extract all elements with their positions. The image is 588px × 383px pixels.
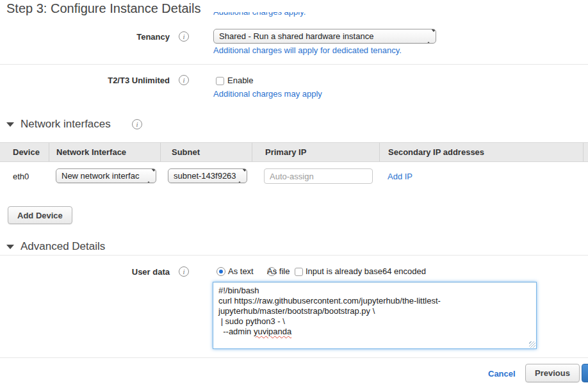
select-arrows-icon bbox=[146, 172, 152, 181]
primary-ip-input[interactable] bbox=[264, 168, 373, 184]
base64-label: Input is already base64 encoded bbox=[306, 266, 426, 276]
tenancy-label: Tenancy bbox=[0, 32, 170, 42]
add-ip-link[interactable]: Add IP bbox=[388, 172, 412, 181]
footer-divider bbox=[0, 357, 588, 358]
column-header-trailing bbox=[583, 143, 588, 161]
advanced-details-section-title: Advanced Details bbox=[20, 240, 105, 253]
resize-handle-icon[interactable] bbox=[529, 341, 535, 348]
column-header-subnet: Subnet bbox=[160, 143, 252, 161]
network-interfaces-section-title: Network interfaces bbox=[20, 118, 111, 131]
column-header-network-interface: Network Interface bbox=[49, 143, 160, 161]
as-file-label: As file bbox=[267, 266, 290, 276]
select-arrows-icon bbox=[426, 32, 432, 42]
section-divider bbox=[0, 255, 588, 256]
clipped-additional-charges-link-text: Additional charges apply. bbox=[213, 12, 306, 17]
network-interfaces-table-header: Device Network Interface Subnet Primary … bbox=[0, 142, 588, 162]
tenancy-select[interactable]: Shared - Run a shared hardware instance bbox=[213, 29, 436, 44]
user-data-label: User data bbox=[0, 267, 170, 277]
configure-instance-page: Step 3: Configure Instance Details Addit… bbox=[0, 0, 588, 383]
user-data-textarea[interactable]: #!/bin/bash curl https://raw.githubuserc… bbox=[213, 282, 537, 349]
next-button-partial[interactable] bbox=[582, 364, 588, 382]
t2t3-enable-checkbox[interactable] bbox=[216, 77, 224, 85]
subnet-select[interactable]: subnet-143f9263 bbox=[168, 168, 247, 183]
advanced-details-disclosure-triangle-icon[interactable] bbox=[6, 245, 14, 249]
clipped-additional-charges-link[interactable]: Additional charges apply. bbox=[213, 12, 306, 20]
subnet-select-value: subnet-143f9263 bbox=[174, 171, 236, 181]
page-title: Step 3: Configure Instance Details bbox=[6, 1, 201, 16]
as-text-radio[interactable] bbox=[216, 267, 225, 276]
add-device-button[interactable]: Add Device bbox=[8, 206, 72, 224]
column-header-primary-ip: Primary IP bbox=[252, 143, 379, 161]
tenancy-info-icon[interactable]: i bbox=[179, 31, 189, 42]
previous-button[interactable]: Previous bbox=[525, 364, 580, 382]
network-interfaces-disclosure-triangle-icon[interactable] bbox=[6, 122, 14, 127]
device-cell: eth0 bbox=[13, 172, 29, 181]
t2t3-unlimited-label: T2/T3 Unlimited bbox=[0, 76, 170, 85]
network-interface-select-value: New network interfac bbox=[61, 171, 139, 181]
column-header-secondary-ip: Secondary IP addresses bbox=[379, 143, 583, 161]
t2t3-enable-label: Enable bbox=[227, 76, 253, 85]
tenancy-select-value: Shared - Run a shared hardware instance bbox=[219, 31, 373, 41]
t2t3-charges-link[interactable]: Additional charges may apply bbox=[213, 89, 322, 99]
network-interface-select[interactable]: New network interfac bbox=[56, 168, 156, 183]
tenancy-charges-link[interactable]: Additional charges will apply for dedica… bbox=[213, 45, 402, 55]
cancel-link[interactable]: Cancel bbox=[488, 369, 516, 379]
user-data-admin-user: yuvipanda bbox=[254, 327, 291, 336]
base64-checkbox[interactable] bbox=[295, 268, 303, 276]
column-header-device: Device bbox=[0, 143, 49, 161]
select-arrows-icon bbox=[237, 172, 243, 181]
as-text-label: As text bbox=[228, 266, 254, 276]
user-data-info-icon[interactable]: i bbox=[179, 266, 189, 277]
network-interfaces-info-icon[interactable]: i bbox=[132, 119, 142, 129]
user-data-script-text: #!/bin/bash curl https://raw.githubuserc… bbox=[218, 286, 441, 336]
t2t3-info-icon[interactable]: i bbox=[179, 75, 189, 85]
section-divider bbox=[0, 64, 588, 65]
